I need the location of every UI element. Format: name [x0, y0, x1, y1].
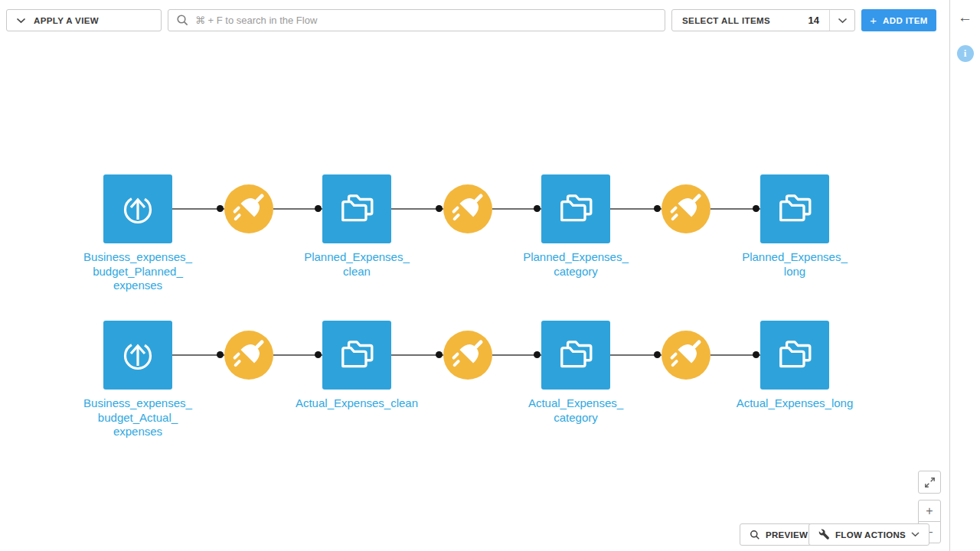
- folder-icon: [338, 336, 376, 374]
- broom-icon: [662, 331, 710, 380]
- broom-icon: [224, 331, 273, 380]
- apply-a-view-label: APPLY A VIEW: [34, 16, 99, 25]
- flow-node-dataset-folder[interactable]: [541, 321, 610, 390]
- node-label[interactable]: Planned_Expenses_ clean: [280, 250, 433, 279]
- folder-icon: [776, 336, 814, 374]
- fit-to-screen-button[interactable]: [918, 471, 941, 494]
- flow-canvas: APPLY A VIEW SELECT ALL ITEMS 14 + ADD I…: [0, 0, 980, 551]
- flow-edge-dot: [217, 351, 224, 358]
- flow-actions-button[interactable]: FLOW ACTIONS: [808, 523, 929, 546]
- flow-edge-dot: [753, 351, 760, 358]
- chevron-down-icon: [16, 18, 26, 24]
- flow-node-cleanse-step[interactable]: [443, 331, 492, 380]
- flow-edge-dot: [436, 205, 443, 212]
- node-label[interactable]: Actual_Expenses_long: [718, 396, 871, 411]
- broom-icon: [443, 331, 492, 380]
- node-label[interactable]: Actual_Expenses_clean: [280, 396, 433, 411]
- flow-edge-dot: [315, 351, 322, 358]
- flow-edge-dot: [534, 351, 541, 358]
- plus-icon: +: [926, 505, 933, 517]
- right-side-rail: ← i: [949, 0, 980, 551]
- search-icon: [750, 530, 760, 540]
- broom-icon: [662, 184, 710, 233]
- flow-edge-dot: [654, 205, 661, 212]
- select-all-chevron-down-icon[interactable]: [830, 10, 854, 31]
- search-icon: [176, 14, 189, 27]
- info-icon[interactable]: i: [957, 45, 974, 62]
- node-label[interactable]: Business_expenses_ budget_Actual_ expens…: [61, 396, 214, 439]
- flow-node-dataset-folder[interactable]: [760, 174, 829, 243]
- folder-icon: [557, 336, 595, 374]
- broom-icon: [443, 184, 492, 233]
- broom-icon: [224, 184, 273, 233]
- flow-node-uploaded-dataset[interactable]: [103, 321, 172, 390]
- chevron-down-icon: [911, 532, 920, 537]
- flow-node-dataset-folder[interactable]: [322, 321, 391, 390]
- flow-edge-dot: [217, 205, 224, 212]
- select-all-items-control[interactable]: SELECT ALL ITEMS 14: [671, 9, 855, 31]
- node-label[interactable]: Business_expenses_ budget_Planned_ expen…: [61, 250, 214, 293]
- node-label[interactable]: Planned_Expenses_ long: [718, 250, 871, 279]
- flow-node-cleanse-step[interactable]: [443, 184, 492, 233]
- plus-icon: +: [870, 15, 877, 26]
- flow-node-cleanse-step[interactable]: [662, 184, 710, 233]
- flow-edge-dot: [436, 351, 443, 358]
- node-label[interactable]: Planned_Expenses_ category: [499, 250, 652, 279]
- preview-button[interactable]: PREVIEW: [740, 523, 818, 546]
- flow-actions-label: FLOW ACTIONS: [835, 530, 906, 540]
- flow-search-input[interactable]: [195, 15, 657, 26]
- folder-icon: [776, 190, 814, 228]
- add-item-button[interactable]: + ADD ITEM: [861, 9, 936, 31]
- flow-node-cleanse-step[interactable]: [224, 184, 273, 233]
- zoom-in-button[interactable]: +: [918, 500, 941, 522]
- back-arrow-icon[interactable]: ←: [958, 10, 972, 24]
- expand-icon: [924, 477, 936, 488]
- flow-edge-dot: [654, 351, 661, 358]
- wrench-icon: [818, 529, 830, 540]
- upload-icon: [118, 189, 158, 229]
- flow-node-dataset-folder[interactable]: [322, 174, 391, 243]
- node-label[interactable]: Actual_Expenses_ category: [499, 396, 652, 425]
- preview-label: PREVIEW: [766, 530, 808, 540]
- flow-node-uploaded-dataset[interactable]: [103, 174, 172, 243]
- flow-node-cleanse-step[interactable]: [224, 331, 273, 380]
- flow-edge-dot: [753, 205, 760, 212]
- apply-a-view-dropdown[interactable]: APPLY A VIEW: [6, 9, 162, 31]
- folder-icon: [557, 190, 595, 228]
- select-all-items-label: SELECT ALL ITEMS: [672, 16, 808, 25]
- add-item-label: ADD ITEM: [883, 16, 928, 25]
- folder-icon: [338, 190, 376, 228]
- flow-node-cleanse-step[interactable]: [662, 331, 710, 380]
- upload-icon: [118, 335, 158, 375]
- flow-node-dataset-folder[interactable]: [541, 174, 610, 243]
- flow-edge-dot: [315, 205, 322, 212]
- flow-edge-dot: [534, 205, 541, 212]
- flow-search-box[interactable]: [168, 9, 665, 31]
- flow-node-dataset-folder[interactable]: [760, 321, 829, 390]
- select-all-items-count: 14: [808, 15, 829, 26]
